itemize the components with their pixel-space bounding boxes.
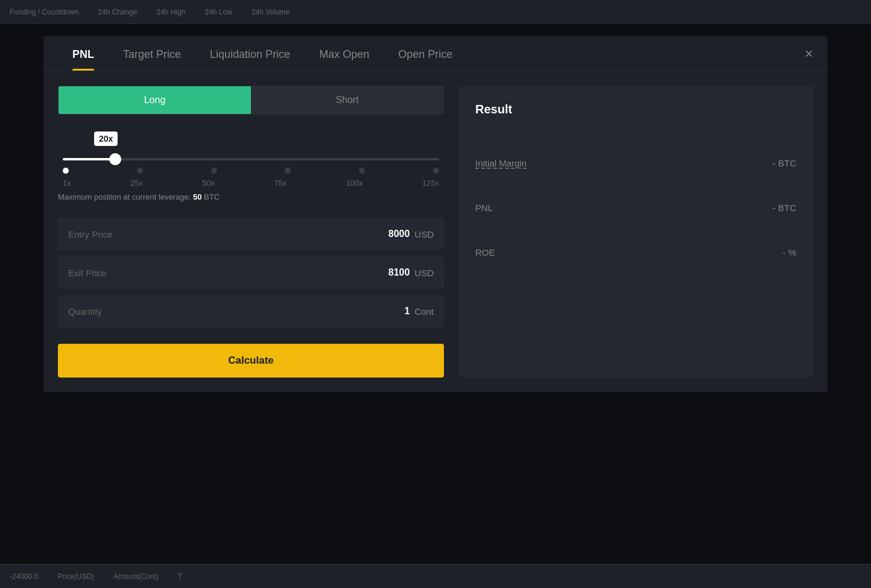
pnl-result-label: PNL [475, 203, 493, 213]
bottom-bar-price-label: Price(USD) [57, 572, 94, 581]
result-divider-1 [475, 141, 796, 141]
tab-liquidation-price[interactable]: Liquidation Price [195, 36, 305, 71]
slider-dot-75x [285, 168, 291, 174]
entry-price-value: 8000 [388, 229, 410, 239]
long-short-toggle: Long Short [58, 86, 444, 115]
quantity-value: 1 [404, 306, 410, 317]
top-bar-item-funding: Funding / Countdown [10, 8, 78, 16]
bottom-bar-amount-label: Amount(Cont) [113, 572, 159, 581]
bottom-bar-price: -24000.0 [10, 572, 38, 581]
top-bar-item-low: 24h Low [205, 8, 232, 16]
result-divider-2 [475, 185, 796, 186]
result-panel: Result Initial Margin - BTC PNL - BTC RO… [458, 86, 813, 378]
leverage-badge: 20x [94, 131, 118, 146]
modal-body: Long Short 20x [43, 71, 828, 392]
slider-track[interactable] [63, 158, 439, 160]
slider-dot-50x [211, 168, 217, 174]
top-bar-item-change: 24h Change [98, 8, 137, 16]
quantity-field[interactable]: Quantity 1 Cont [58, 296, 444, 327]
entry-price-field[interactable]: Entry Price 8000 USD [58, 218, 444, 250]
exit-price-value: 8100 [388, 267, 410, 278]
leverage-section: 20x [58, 127, 444, 206]
calculate-button[interactable]: Calculate [58, 344, 444, 378]
entry-price-label: Entry Price [68, 229, 112, 239]
result-row-roe: ROE - % [475, 240, 796, 265]
tab-pnl[interactable]: PNL [58, 36, 109, 71]
bottom-bar: -24000.0 Price(USD) Amount(Cont) T [0, 564, 871, 588]
left-panel: Long Short 20x [58, 86, 444, 378]
initial-margin-value: - BTC [773, 158, 796, 168]
slider-dot-125x [433, 168, 439, 174]
slider-labels: 1x 25x 50x 75x 100x 125x [63, 179, 439, 188]
bottom-bar-t: T [178, 572, 182, 581]
label-50x: 50x [202, 179, 215, 188]
label-25x: 25x [130, 179, 143, 188]
tab-target-price[interactable]: Target Price [109, 36, 195, 71]
result-divider-3 [475, 230, 796, 230]
top-bar-item-volume: 24h Volume [252, 8, 290, 16]
modal-overlay: PNL Target Price Liquidation Price Max O… [0, 24, 871, 564]
label-100x: 100x [346, 179, 363, 188]
exit-price-field[interactable]: Exit Price 8100 USD [58, 257, 444, 288]
pnl-calculator-modal: PNL Target Price Liquidation Price Max O… [43, 36, 828, 392]
entry-price-value-group: 8000 USD [388, 229, 434, 239]
exit-price-unit: USD [414, 268, 434, 278]
top-bar: Funding / Countdown 24h Change 24h High … [0, 0, 871, 24]
quantity-value-group: 1 Cont [404, 306, 434, 317]
result-row-initial-margin: Initial Margin - BTC [475, 151, 796, 175]
exit-price-value-group: 8100 USD [388, 267, 434, 278]
slider-dots [63, 168, 439, 174]
leverage-slider-container: 1x 25x 50x 75x 100x 125x [58, 158, 444, 188]
result-title: Result [475, 103, 796, 116]
label-125x: 125x [422, 179, 439, 188]
label-75x: 75x [274, 179, 287, 188]
tab-max-open[interactable]: Max Open [305, 36, 384, 71]
initial-margin-label: Initial Margin [475, 158, 527, 168]
pnl-result-value: - BTC [773, 203, 796, 213]
roe-value: - % [783, 247, 797, 258]
roe-label: ROE [475, 247, 495, 258]
long-button[interactable]: Long [59, 86, 251, 114]
max-position-text: Maximum position at current leverage: 50… [58, 192, 444, 201]
slider-dot-25x [137, 168, 143, 174]
quantity-label: Quantity [68, 306, 102, 317]
top-bar-item-high: 24h High [156, 8, 185, 16]
short-button[interactable]: Short [251, 86, 443, 114]
exit-price-label: Exit Price [68, 268, 106, 278]
max-position-value: 50 [193, 192, 201, 201]
entry-price-unit: USD [414, 229, 434, 239]
tab-open-price[interactable]: Open Price [384, 36, 467, 71]
label-1x: 1x [63, 179, 71, 188]
result-row-pnl: PNL - BTC [475, 195, 796, 220]
close-button[interactable]: × [805, 46, 813, 61]
slider-dot-100x [359, 168, 365, 174]
modal-tab-bar: PNL Target Price Liquidation Price Max O… [43, 36, 828, 71]
max-position-unit: BTC [204, 192, 220, 201]
quantity-unit: Cont [414, 306, 434, 317]
slider-dot-1x [63, 168, 69, 174]
slider-thumb[interactable] [109, 153, 121, 165]
input-group: Entry Price 8000 USD Exit Price 8100 USD [58, 218, 444, 327]
